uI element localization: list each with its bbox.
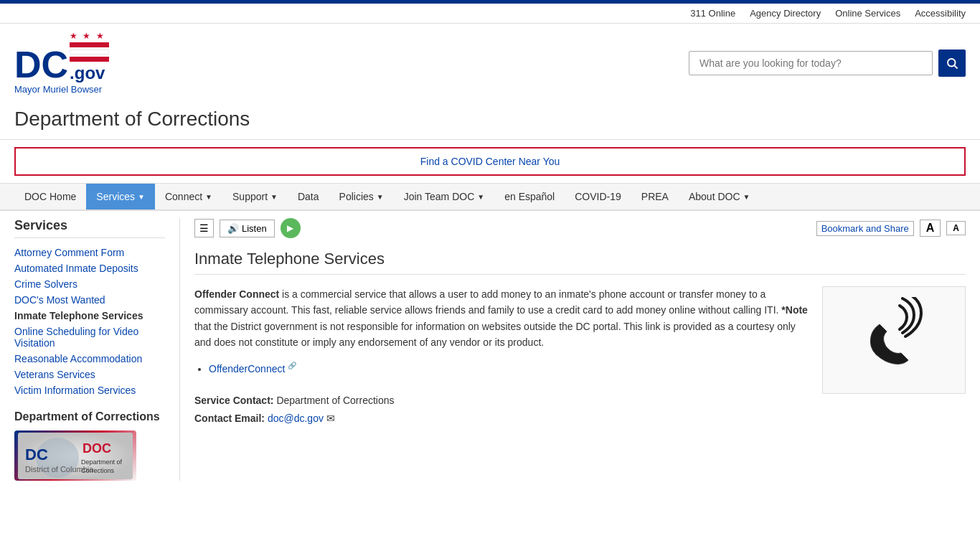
gov-text: .gov (70, 63, 109, 83)
site-header: DC ★ ★ ★ .gov Mayor Muriel Bowser (0, 24, 980, 102)
nav-prea[interactable]: PREA (631, 184, 679, 209)
nav-connect-label: Connect (165, 191, 202, 202)
nav-services[interactable]: Services ▼ (86, 184, 155, 209)
top-nav-online-services[interactable]: Online Services (835, 8, 900, 19)
nav-about-doc[interactable]: About DOC ▼ (679, 184, 760, 209)
offender-connect-link[interactable]: OffenderConnect 🔗 (209, 363, 296, 375)
svg-text:DC: DC (25, 446, 48, 463)
service-contact-row: Service Contact: Department of Correctio… (194, 392, 808, 410)
listen-button[interactable]: 🔊 Listen (220, 220, 275, 237)
note-text: that the District government is not resp… (194, 321, 796, 348)
sidebar-link-victim[interactable]: Victim Information Services (14, 385, 136, 396)
nav-support-label: Support (232, 191, 268, 202)
content-links: OffenderConnect 🔗 (194, 361, 808, 377)
nav-connect[interactable]: Connect ▼ (155, 184, 222, 209)
sidebar-title: Services (14, 218, 165, 238)
contact-email-label: Contact Email: (194, 413, 265, 424)
sidebar-doc-logo: DC District of Columbia DOC Department o… (14, 430, 136, 481)
logo-area: DC ★ ★ ★ .gov Mayor Muriel Bowser (14, 31, 109, 95)
sidebar-link-attorney[interactable]: Attorney Comment Form (14, 247, 124, 258)
nav-support-caret: ▼ (270, 193, 278, 201)
nav-bar: DOC Home Services ▼ Connect ▼ Support ▼ … (0, 183, 980, 211)
intro-text: is a commercial service that allows a us… (194, 288, 778, 316)
list-item: OffenderConnect 🔗 (209, 361, 808, 377)
content-area: ☰ 🔊 Listen ▶ Bookmark and Share A A Inma… (179, 218, 966, 481)
dc-text: DC (14, 46, 68, 83)
contact-email-row: Contact Email: doc@dc.gov ✉ (194, 410, 808, 428)
top-nav-agency-directory[interactable]: Agency Directory (750, 8, 821, 19)
sidebar: Services Attorney Comment Form Automated… (14, 218, 179, 481)
dcgov-logo: DC ★ ★ ★ .gov (14, 31, 109, 83)
sidebar-link-automated-deposits[interactable]: Automated Inmate Deposits (14, 263, 138, 274)
nav-covid19[interactable]: COVID-19 (565, 184, 631, 209)
font-size-small-button[interactable]: A (946, 221, 966, 235)
svg-text:Corrections: Corrections (81, 467, 115, 474)
nav-join-team-doc[interactable]: Join Team DOC ▼ (394, 184, 494, 209)
intro-paragraph: Offender Connect is a commercial service… (194, 286, 808, 351)
sidebar-links: Attorney Comment Form Automated Inmate D… (14, 247, 165, 396)
content-body: Offender Connect is a commercial service… (194, 286, 966, 428)
main-content: Services Attorney Comment Form Automated… (0, 218, 980, 481)
content-title: Inmate Telephone Services (194, 250, 966, 275)
play-icon: ▶ (287, 223, 293, 233)
page-title-bar: Department of Corrections (0, 102, 980, 140)
play-button[interactable]: ▶ (281, 218, 301, 238)
content-toolbar: ☰ 🔊 Listen ▶ Bookmark and Share A A (194, 218, 966, 238)
sidebar-link-crime-solvers[interactable]: Crime Solvers (14, 278, 77, 290)
external-link-icon: 🔗 (288, 362, 296, 370)
nav-join-team-doc-caret: ▼ (477, 193, 484, 201)
font-size-large-button[interactable]: A (920, 220, 941, 237)
svg-line-1 (954, 65, 957, 68)
listen-label: Listen (242, 223, 267, 234)
search-area (689, 50, 966, 77)
nav-policies-label: Policies (339, 191, 374, 202)
red-bar-1 (70, 42, 109, 47)
nav-en-espanol[interactable]: en Español (494, 184, 565, 209)
sidebar-link-video-visitation[interactable]: Online Scheduling for Video Visitation (14, 326, 138, 349)
top-nav-accessibility[interactable]: Accessibility (915, 8, 966, 19)
sidebar-link-most-wanted[interactable]: DOC's Most Wanted (14, 294, 105, 306)
covid-banner-link[interactable]: Find a COVID Center Near You (420, 156, 560, 167)
sidebar-link-veterans[interactable]: Veterans Services (14, 369, 95, 380)
search-icon (946, 57, 958, 70)
nav-services-label: Services (96, 191, 135, 202)
toolbar-left: ☰ 🔊 Listen ▶ (194, 218, 301, 238)
content-text: Offender Connect is a commercial service… (194, 286, 808, 428)
mayor-link[interactable]: Mayor Muriel Bowser (14, 83, 109, 95)
mayor-link-anchor[interactable]: Mayor Muriel Bowser (14, 84, 102, 95)
search-button[interactable] (938, 50, 966, 77)
nav-data[interactable]: Data (288, 184, 329, 209)
toolbar-right: Bookmark and Share A A (816, 220, 966, 237)
search-input[interactable] (689, 51, 933, 75)
offender-connect-label: OffenderConnect (209, 363, 285, 375)
bookmark-link[interactable]: Bookmark and Share (816, 221, 914, 236)
contact-email-link[interactable]: doc@dc.gov (268, 413, 324, 424)
list-item: Online Scheduling for Video Visitation (14, 326, 165, 349)
svg-text:DOC: DOC (83, 441, 111, 456)
service-contact-value: Department of Corrections (276, 395, 394, 406)
list-item: Victim Information Services (14, 385, 165, 396)
nav-support[interactable]: Support ▼ (222, 184, 288, 209)
sidebar-link-reasonable-accommodation[interactable]: Reasonable Accommodation (14, 353, 142, 364)
top-bar: 311 Online Agency Directory Online Servi… (0, 4, 980, 24)
flag-bars (70, 42, 109, 62)
sound-icon: 🔊 (227, 223, 239, 234)
service-contact-label: Service Contact: (194, 395, 273, 406)
nav-policies[interactable]: Policies ▼ (329, 184, 394, 209)
list-icon: ☰ (199, 222, 209, 234)
svg-point-0 (948, 59, 956, 67)
nav-services-caret: ▼ (138, 193, 145, 201)
nav-about-doc-label: About DOC (689, 191, 740, 202)
list-view-button[interactable]: ☰ (194, 219, 214, 237)
page-title: Department of Corrections (14, 108, 966, 131)
list-item: Crime Solvers (14, 278, 165, 290)
nav-join-team-doc-label: Join Team DOC (404, 191, 475, 202)
nav-policies-caret: ▼ (377, 193, 384, 201)
list-item: Attorney Comment Form (14, 247, 165, 258)
top-nav-311[interactable]: 311 Online (690, 8, 735, 19)
nav-doc-home[interactable]: DOC Home (14, 184, 86, 209)
list-item: Inmate Telephone Services (14, 310, 165, 321)
note-bold: *Note (781, 304, 808, 316)
email-icon: ✉ (326, 413, 335, 424)
stars-icon: ★ ★ ★ (70, 31, 109, 41)
